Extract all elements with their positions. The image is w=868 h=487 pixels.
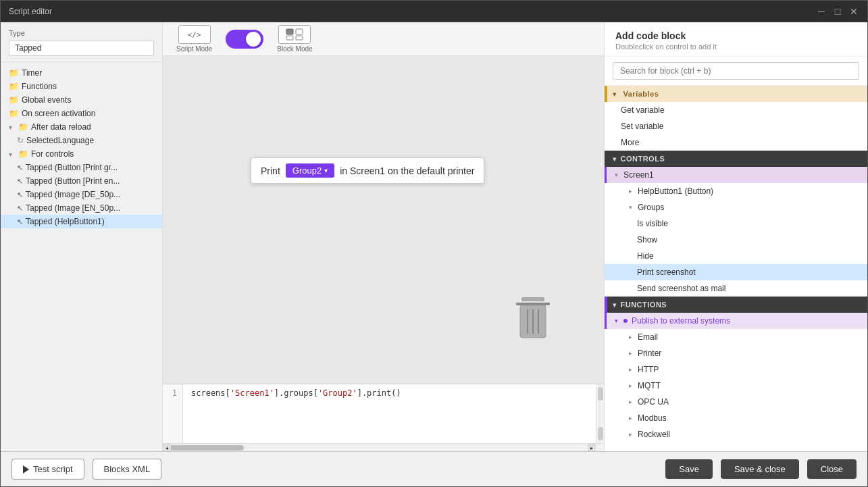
- tree-item-tapped-btn-print1[interactable]: ↖ Tapped (Button [Print gr...: [1, 161, 162, 174]
- close-window-button[interactable]: ✕: [848, 6, 859, 17]
- script-mode-icon: </>: [178, 25, 211, 44]
- blocks-item-email[interactable]: ▸ Email: [605, 329, 867, 345]
- chevron-right-icon: ▸: [629, 188, 632, 195]
- is-visible-label: Is visible: [637, 219, 668, 228]
- main-content: Type 📁 Timer 📁 Functions 📁 Global events: [1, 22, 867, 451]
- chevron-right-icon: ▸: [629, 334, 632, 340]
- print-block[interactable]: Print Group2 ▾ in Screen1 on the default…: [251, 157, 484, 184]
- close-button[interactable]: Close: [807, 459, 857, 479]
- titlebar: Script editor ─ □ ✕: [1, 1, 867, 22]
- screen1-label: Screen1: [623, 170, 654, 180]
- folder-icon: 📁: [18, 149, 28, 159]
- line-number: 1: [168, 388, 177, 398]
- vertical-scrollbar[interactable]: [596, 384, 604, 443]
- tree-item-label-tapped-img-en: Tapped (Image [EN_50p...: [26, 203, 120, 213]
- controls-section-header[interactable]: CONTROLS: [605, 151, 867, 167]
- right-panel: Add code block Doubleclick on control to…: [604, 22, 867, 451]
- tree-item-on-screen-activation[interactable]: 📁 On screen activation: [1, 107, 162, 120]
- save-close-button[interactable]: Save & close: [721, 459, 799, 479]
- line-numbers: 1: [163, 384, 183, 443]
- blocks-item-is-visible[interactable]: Is visible: [605, 215, 867, 232]
- tree-item-tapped-btn-print2[interactable]: ↖ Tapped (Button [Print en...: [1, 174, 162, 188]
- blocks-item-show[interactable]: Show: [605, 232, 867, 248]
- print-screenshot-label: Print screenshot: [637, 267, 696, 277]
- add-code-subtitle: Doubleclick on control to add it: [615, 43, 857, 51]
- tree-item-selected-language[interactable]: ↻ SelectedLanguage: [1, 134, 162, 147]
- functions-section: FUNCTIONS ▾ Publish to external systems …: [605, 297, 867, 442]
- blocks-item-publish-external[interactable]: ▾ Publish to external systems: [605, 313, 867, 329]
- tree-item-global-events[interactable]: 📁 Global events: [1, 93, 162, 107]
- code-text[interactable]: screens['Screen1'].groups['Group2'].prin…: [183, 384, 596, 443]
- chevron-down-icon: ▾: [615, 317, 618, 324]
- blocks-item-rockwell[interactable]: ▸ Rockwell: [605, 426, 867, 442]
- tree-item-tapped-img-en[interactable]: ↖ Tapped (Image [EN_50p...: [1, 201, 162, 215]
- blocks-item-opc-ua[interactable]: ▸ OPC UA: [605, 394, 867, 410]
- print-text: Print: [261, 165, 280, 176]
- horizontal-scrollbar[interactable]: ◂ ▸: [163, 443, 604, 451]
- script-mode-button[interactable]: </> Script Mode: [176, 25, 212, 53]
- maximize-button[interactable]: □: [832, 6, 843, 17]
- tree-item-tapped-img-de[interactable]: ↖ Tapped (Image [DE_50p...: [1, 188, 162, 201]
- chevron-right-icon: ▸: [629, 415, 632, 421]
- svg-rect-2: [286, 36, 293, 40]
- send-screenshot-label: Send screenshot as mail: [637, 284, 725, 293]
- more-label: More: [621, 138, 639, 147]
- blocks-item-printer[interactable]: ▸ Printer: [605, 345, 867, 361]
- search-input[interactable]: [613, 62, 859, 80]
- rockwell-label: Rockwell: [638, 430, 670, 439]
- type-input[interactable]: [9, 40, 154, 56]
- controls-section-label: CONTROLS: [621, 155, 665, 163]
- functions-section-header[interactable]: FUNCTIONS: [605, 297, 867, 313]
- tree-item-after-data-reload[interactable]: ▾ 📁 After data reload: [1, 120, 162, 134]
- blocks-item-mqtt[interactable]: ▸ MQTT: [605, 378, 867, 394]
- blocks-item-helpbutton1[interactable]: ▸ HelpButton1 (Button): [605, 183, 867, 199]
- svg-rect-4: [521, 297, 544, 301]
- refresh-icon: ↻: [17, 136, 24, 145]
- blocks-item-send-screenshot[interactable]: Send screenshot as mail: [605, 280, 867, 297]
- play-icon: [23, 465, 29, 473]
- group2-badge[interactable]: Group2 ▾: [286, 163, 334, 178]
- cursor-icon: ↖: [17, 177, 23, 186]
- blocks-item-set-variable[interactable]: Set variable: [605, 118, 867, 134]
- blocks-item-http[interactable]: ▸ HTTP: [605, 361, 867, 378]
- blocks-item-screen1[interactable]: ▾ Screen1: [605, 167, 867, 183]
- mode-toggle[interactable]: [226, 30, 263, 49]
- scrollbar-thumb-h: [163, 445, 244, 451]
- cursor-icon: ↖: [17, 163, 23, 172]
- blocks-item-get-variable[interactable]: Get variable: [605, 102, 867, 118]
- chevron-right-icon: ▸: [629, 399, 632, 405]
- tree-item-timer[interactable]: 📁 Timer: [1, 66, 162, 80]
- svg-rect-0: [286, 29, 293, 34]
- script-editor-window: Script editor ─ □ ✕ Type 📁 Timer 📁: [0, 0, 868, 487]
- minimize-button[interactable]: ─: [816, 6, 827, 17]
- scroll-right-button[interactable]: ▸: [588, 444, 596, 451]
- test-script-button[interactable]: Test script: [11, 459, 84, 480]
- blocks-item-hide[interactable]: Hide: [605, 248, 867, 264]
- tree-item-functions[interactable]: 📁 Functions: [1, 80, 162, 93]
- blocks-item-more[interactable]: More: [605, 134, 867, 151]
- trash-area: [516, 297, 550, 343]
- blocks-item-print-screenshot[interactable]: Print screenshot: [605, 264, 867, 280]
- scroll-left-button[interactable]: ◂: [163, 444, 171, 451]
- blocks-xml-button[interactable]: Blocks XML: [93, 459, 162, 480]
- block-mode-icon: [278, 25, 311, 44]
- block-mode-button[interactable]: Block Mode: [277, 25, 312, 53]
- blocks-item-groups[interactable]: ▾ Groups: [605, 199, 867, 215]
- variables-section-label: Variables: [623, 90, 659, 98]
- tree-item-for-controls[interactable]: ▾ 📁 For controls: [1, 147, 162, 161]
- save-button[interactable]: Save: [665, 459, 713, 479]
- variables-section-header[interactable]: Variables: [605, 86, 867, 102]
- folder-icon: 📁: [9, 68, 19, 78]
- chevron-right-icon: ▸: [629, 382, 632, 389]
- tree-item-label-timer: Timer: [22, 68, 42, 78]
- block-mode-label: Block Mode: [277, 45, 312, 53]
- tree-item-tapped-helpbutton1[interactable]: ↖ Tapped (HelpButton1): [1, 215, 162, 228]
- cursor-icon: ↖: [17, 217, 23, 226]
- left-panel: Type 📁 Timer 📁 Functions 📁 Global events: [1, 22, 163, 451]
- center-panel: </> Script Mode: [163, 22, 604, 451]
- tree-item-label-tapped-btn-print1: Tapped (Button [Print gr...: [26, 163, 118, 172]
- functions-section-label: FUNCTIONS: [621, 301, 667, 309]
- blocks-item-modbus[interactable]: ▸ Modbus: [605, 410, 867, 426]
- chevron-down-icon: ▾: [324, 167, 328, 174]
- tree-section: 📁 Timer 📁 Functions 📁 Global events 📁 On…: [1, 62, 162, 451]
